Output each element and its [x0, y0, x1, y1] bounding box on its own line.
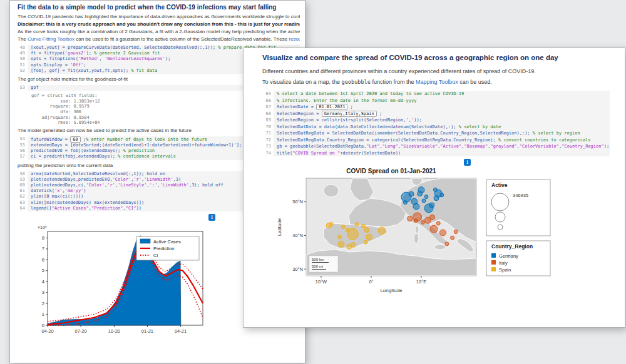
svg-text:4: 4	[42, 279, 44, 285]
output-toolbar: i	[464, 159, 610, 166]
line-number: 49	[18, 51, 28, 56]
code-line-72[interactable]: 72SelectedDatRegData.Country_Region = ca…	[262, 137, 610, 144]
line-number: 51	[18, 63, 28, 68]
geo-bubble-italy	[436, 221, 440, 225]
geo-bubble-germany	[422, 199, 426, 203]
geo-bubble-spain	[351, 243, 356, 248]
resources-link[interactable]: resources	[289, 36, 300, 42]
svg-text:07-20: 07-20	[74, 328, 86, 334]
code-line-70[interactable]: 70SelectedDatData = data(data.DateCollec…	[262, 124, 610, 131]
intro-paragraph: The COVID-19 pandemic has highlighted th…	[18, 14, 300, 20]
svg-text:Prediction: Prediction	[153, 246, 174, 251]
text-segment: To visualize data on a map, the	[262, 79, 342, 85]
code-line-68[interactable]: 68SelectedRegion = Germany,Italy,Spain ;	[262, 111, 610, 118]
geo-bubble-spain	[341, 225, 345, 229]
line-number: 62	[18, 194, 28, 200]
geo-bubble-spain	[329, 222, 333, 226]
svg-text:CI: CI	[153, 253, 158, 258]
svg-text:Spain: Spain	[499, 267, 511, 273]
line-number: 64	[18, 206, 28, 211]
svg-text:Italy: Italy	[499, 260, 508, 266]
code-line-67[interactable]: 67SelectedDate = 01.01.2021 ;	[262, 104, 610, 111]
geo-bubble-italy	[454, 230, 458, 234]
code-line-74[interactable]: 74title("COVID Spread on "+datestr(Selec…	[262, 150, 610, 157]
svg-text:1: 1	[42, 311, 44, 317]
geo-bubble-germany	[440, 193, 444, 197]
geo-bubble-spain	[338, 235, 342, 239]
line-number: 50	[18, 56, 28, 62]
line-number: 63	[18, 200, 28, 206]
svg-text:7: 7	[42, 246, 44, 251]
map-title: COVID Spread on 01-Jan-2021	[346, 168, 436, 174]
svg-text:Active: Active	[491, 182, 508, 188]
line-number: 70	[262, 124, 274, 131]
mapping-toolbox-link[interactable]: Mapping Toolbox	[416, 79, 458, 85]
svg-text:04-21: 04-21	[175, 328, 187, 334]
intro-paragraph: Different countries and different provin…	[262, 68, 610, 75]
line-number: 60	[18, 183, 28, 188]
output-info-icon[interactable]: i	[464, 159, 471, 166]
geobubble-figure[interactable]: COVID Spread on 01-Jan-2021500 km500 mi1…	[271, 167, 610, 300]
gaussian-paragraph: As the curve looks roughly like a combin…	[18, 29, 300, 35]
output-info-icon[interactable]: i	[208, 214, 215, 221]
svg-text:5: 5	[42, 268, 44, 273]
code-line-71[interactable]: 71SelectedDatRegData = SelectedDatData(i…	[262, 130, 610, 137]
geo-bubble-germany	[424, 195, 428, 199]
geo-bubble-spain	[366, 234, 372, 240]
inline-value-control[interactable]: 01.01.2021	[316, 104, 347, 110]
geo-bubble-italy	[445, 242, 449, 246]
code-block-geobubble: 65% select a date between 1st April 2020…	[262, 91, 610, 156]
svg-text:6: 6	[42, 257, 44, 263]
svg-text:10-20: 10-20	[108, 328, 120, 334]
geo-bubble-germany	[409, 191, 414, 196]
svg-text:04-20: 04-20	[41, 328, 53, 334]
inline-value-control[interactable]: Germany,Italy,Spain	[322, 111, 377, 117]
code-line-66[interactable]: 66% infections. Enter the date in the fo…	[262, 98, 610, 104]
svg-text:40°N: 40°N	[292, 233, 303, 238]
svg-text:2: 2	[42, 301, 44, 306]
svg-text:Active Cases: Active Cases	[153, 239, 181, 245]
line-number: 69	[262, 117, 274, 124]
geo-bubble-italy	[430, 215, 435, 220]
code-line-65[interactable]: 65% select a date between 1st April 2020…	[262, 91, 610, 98]
geo-bubble-germany	[411, 198, 418, 205]
svg-text:3: 3	[42, 290, 44, 295]
code-line-73[interactable]: 73gb = geobubble(SelectedDatRegData,"Lat…	[262, 143, 610, 150]
line-number: 73	[262, 143, 274, 150]
geo-bubble-germany	[403, 201, 407, 205]
toolbox-paragraph: The Curve Fitting Toolbox can be used to…	[18, 36, 300, 43]
svg-text:500 mi: 500 mi	[312, 265, 323, 268]
line-number: 67	[262, 104, 274, 111]
xlabel: Longitude	[380, 288, 403, 293]
line-number: 74	[262, 150, 274, 157]
line-number: 68	[262, 111, 274, 118]
geo-bubble-spain	[355, 223, 359, 226]
svg-text:0°: 0°	[369, 279, 373, 285]
line-number: 55	[18, 143, 28, 148]
line-number: 56	[18, 148, 28, 154]
inline-code: geobubble	[342, 79, 371, 85]
svg-text:Germany: Germany	[499, 253, 518, 259]
code-line-69[interactable]: 69SelectedRegion = cellstr(strsplit(Sele…	[262, 117, 610, 124]
live-editor-window-geobubble: Visualize and compare the spread of COVI…	[243, 48, 625, 328]
line-number: 72	[262, 137, 274, 144]
curve-fitting-toolbox-link[interactable]: Curve Fitting Toolbox	[28, 36, 74, 42]
text-segment: The	[18, 36, 28, 42]
geo-bubble-spain	[338, 241, 344, 247]
svg-text:10°W: 10°W	[316, 279, 327, 285]
svg-text:50°N: 50°N	[292, 199, 303, 205]
line-number: 52	[18, 68, 28, 74]
geo-bubble-italy	[421, 221, 424, 225]
geo-bubble-spain	[378, 227, 386, 235]
svg-text:0: 0	[42, 323, 44, 328]
text-segment: function from the	[371, 79, 416, 85]
line-number: 65	[262, 91, 274, 98]
geo-bubble-germany	[429, 203, 434, 208]
line-number: 53	[18, 85, 28, 91]
inline-value-control[interactable]: 60	[70, 136, 80, 143]
line-number: 71	[262, 130, 274, 137]
geo-bubble-spain	[364, 240, 367, 244]
geo-bubble-spain	[364, 228, 369, 233]
geo-bubble-spain	[346, 228, 349, 232]
geobubble-paragraph: To visualize data on a map, the geobubbl…	[262, 78, 610, 86]
